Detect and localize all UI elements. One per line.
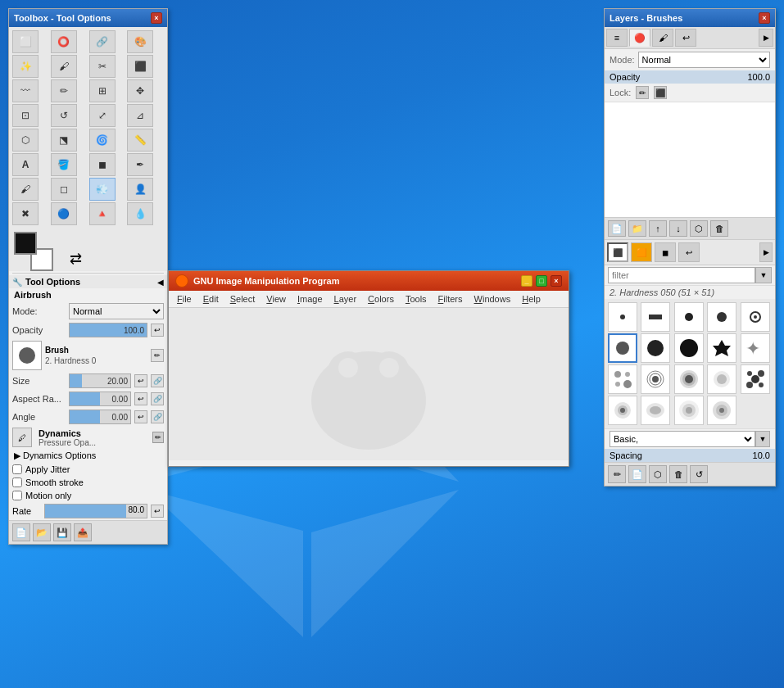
gimp-canvas[interactable] xyxy=(169,308,569,460)
tool-airbrush[interactable]: 💨 xyxy=(89,178,116,201)
menu-filters[interactable]: Filters xyxy=(433,292,468,306)
export-btn[interactable]: 📤 xyxy=(74,523,92,541)
lock-alpha-btn[interactable]: ⬛ xyxy=(654,86,667,99)
tool-align[interactable]: ⊞ xyxy=(89,79,116,102)
brush-duplicate-btn[interactable]: ⬡ xyxy=(649,465,667,483)
brush-tab-grid[interactable]: ⬛ xyxy=(607,242,628,262)
tool-fuzzy-select[interactable]: ✨ xyxy=(12,55,39,78)
tool-text[interactable]: ✏ xyxy=(51,79,77,102)
move-down-btn[interactable]: ↓ xyxy=(669,220,687,237)
menu-edit[interactable]: Edit xyxy=(198,292,224,306)
brush-tab-orange[interactable]: 🟧 xyxy=(631,242,652,262)
opacity-reset-btn[interactable]: ↩ xyxy=(151,324,164,337)
menu-view[interactable]: View xyxy=(261,292,291,306)
brush-item-8[interactable] xyxy=(674,333,704,363)
tool-ellipse-select[interactable]: ⭕ xyxy=(51,30,77,53)
size-slider[interactable]: 20.00 xyxy=(69,373,131,388)
brush-category-btn[interactable]: ▼ xyxy=(755,431,770,447)
dynamics-options-row[interactable]: ▶ Dynamics Options xyxy=(9,449,167,463)
save-btn[interactable]: 💾 xyxy=(53,523,71,541)
tool-smudge[interactable]: 💧 xyxy=(127,202,153,225)
brush-item-1[interactable] xyxy=(608,302,637,332)
tool-warp[interactable]: 🌀 xyxy=(89,129,116,152)
brush-category-select[interactable]: Basic, xyxy=(610,431,755,447)
rate-reset-btn[interactable]: ↩ xyxy=(151,505,164,518)
angle-reset-btn[interactable]: ↩ xyxy=(134,410,147,423)
tab-channels[interactable]: 🔴 xyxy=(629,29,650,47)
apply-jitter-checkbox[interactable] xyxy=(12,464,22,474)
swap-colors-icon[interactable]: ⇄ xyxy=(70,250,82,268)
gimp-close-btn[interactable]: × xyxy=(551,275,562,287)
tool-fill[interactable]: 🪣 xyxy=(51,153,77,176)
tool-paintbrush[interactable]: 🖌 xyxy=(12,178,39,201)
tool-perspective[interactable]: ⬡ xyxy=(12,129,39,152)
tab-brushes[interactable]: 🖌 xyxy=(652,29,673,47)
layers-close-btn[interactable]: × xyxy=(759,12,770,24)
tab-paths[interactable]: ↩ xyxy=(675,29,696,47)
tool-measure[interactable]: 📏 xyxy=(127,129,153,152)
tool-options-expand[interactable]: ◀ xyxy=(157,278,164,287)
motion-only-checkbox[interactable] xyxy=(12,491,22,500)
tool-flip[interactable]: ⬔ xyxy=(51,129,77,152)
tool-rect-select[interactable]: ⬜ xyxy=(12,30,39,53)
tool-rotate[interactable]: ↺ xyxy=(51,104,77,127)
brush-item-10[interactable]: ✦ xyxy=(741,333,770,363)
delete-layer-btn[interactable]: 🗑 xyxy=(710,220,728,237)
brush-item-15[interactable] xyxy=(741,364,770,394)
tool-eraser[interactable]: ◻ xyxy=(51,178,77,201)
brush-item-14[interactable] xyxy=(707,364,736,394)
brush-refresh-btn[interactable]: ↺ xyxy=(690,465,708,483)
brush-item-16[interactable] xyxy=(608,396,637,425)
new-image-btn[interactable]: 📄 xyxy=(12,523,30,541)
brush-item-3[interactable] xyxy=(674,302,704,332)
menu-help[interactable]: Help xyxy=(517,292,546,306)
gimp-maximize-btn[interactable]: □ xyxy=(536,275,547,287)
brush-item-12[interactable] xyxy=(641,364,670,394)
menu-tools[interactable]: Tools xyxy=(401,292,432,306)
brush-item-5[interactable] xyxy=(741,302,770,332)
brush-item-2[interactable] xyxy=(641,302,670,332)
menu-image[interactable]: Image xyxy=(292,292,328,306)
tool-text2[interactable]: A xyxy=(12,153,39,176)
tool-move[interactable]: ✥ xyxy=(127,79,153,102)
menu-layer[interactable]: Layer xyxy=(329,292,362,306)
rate-slider[interactable]: 80.0 xyxy=(44,504,147,518)
toolbox-close-button[interactable]: × xyxy=(151,12,162,24)
open-image-btn[interactable]: 📂 xyxy=(33,523,51,541)
menu-windows[interactable]: Windows xyxy=(469,292,516,306)
menu-colors[interactable]: Colors xyxy=(363,292,399,306)
opacity-slider[interactable]: 100.0 xyxy=(69,323,147,337)
brush-filter-btn[interactable]: ▼ xyxy=(755,267,772,283)
brush-item-19[interactable] xyxy=(707,396,736,425)
duplicate-layer-btn[interactable]: ⬡ xyxy=(690,220,708,237)
aspect-link-btn[interactable]: 🔗 xyxy=(151,392,164,405)
angle-link-btn[interactable]: 🔗 xyxy=(151,410,164,423)
menu-file[interactable]: File xyxy=(172,292,197,306)
brush-item-17[interactable] xyxy=(641,396,670,425)
tool-gradient[interactable]: ◼ xyxy=(89,153,116,176)
tool-colors-icon[interactable]: 🎨 xyxy=(127,30,153,53)
mode-select[interactable]: Normal xyxy=(69,303,164,319)
tool-by-color[interactable]: 🖌 xyxy=(51,55,77,78)
menu-select[interactable]: Select xyxy=(225,292,261,306)
brush-preview[interactable] xyxy=(12,341,42,370)
smooth-stroke-checkbox[interactable] xyxy=(12,478,22,487)
brushes-tab-expand[interactable]: ▶ xyxy=(759,242,773,262)
size-reset-btn[interactable]: ↩ xyxy=(134,374,147,387)
layers-tab-expand[interactable]: ▶ xyxy=(759,29,773,47)
tool-lasso[interactable]: 🔗 xyxy=(89,30,116,53)
brush-filter-input[interactable] xyxy=(608,267,755,283)
brush-edit-btn[interactable]: ✏ xyxy=(151,349,164,362)
tool-foreground[interactable]: ⬛ xyxy=(127,55,153,78)
folder-layer-btn[interactable]: 📁 xyxy=(628,220,646,237)
lock-pixels-btn[interactable]: ✏ xyxy=(636,86,649,99)
brush-item-13[interactable] xyxy=(674,364,704,394)
gimp-minimize-btn[interactable]: _ xyxy=(521,275,532,287)
size-link-btn[interactable]: 🔗 xyxy=(151,374,164,387)
tool-heal[interactable]: 🔵 xyxy=(51,202,77,225)
tool-scale[interactable]: ⤢ xyxy=(89,104,116,127)
tab-layers[interactable]: ≡ xyxy=(606,29,628,47)
foreground-color[interactable] xyxy=(14,232,37,255)
tool-pencil[interactable]: ✒ xyxy=(127,153,153,176)
tool-sharpen[interactable]: 🔺 xyxy=(89,202,116,225)
